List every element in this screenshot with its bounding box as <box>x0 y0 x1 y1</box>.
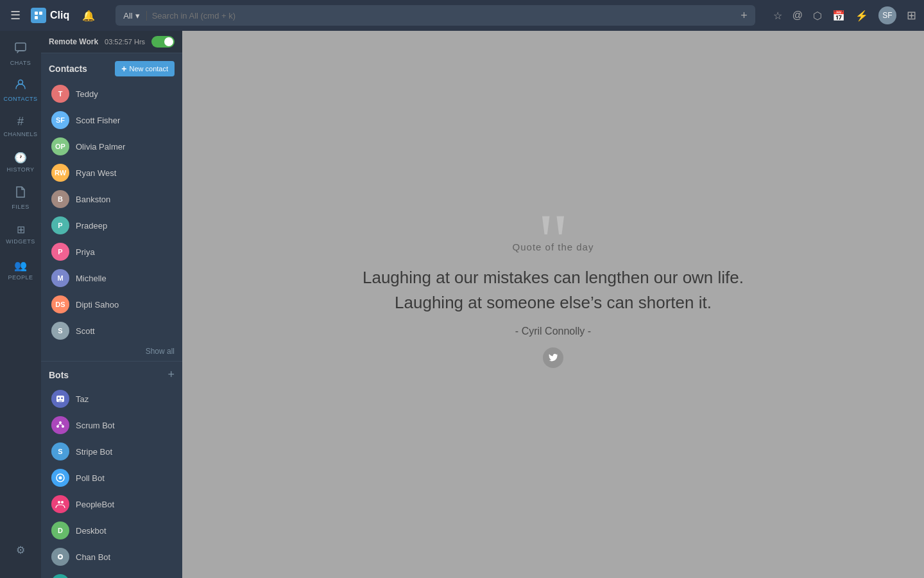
svg-rect-3 <box>15 43 26 51</box>
svg-line-13 <box>60 424 63 425</box>
svg-point-6 <box>58 398 60 399</box>
notification-icon[interactable]: 🔔 <box>82 10 95 22</box>
contact-item-teddy[interactable]: T Teddy <box>44 81 180 107</box>
contacts-icon <box>15 78 26 93</box>
quote-label: Quote of the day <box>363 241 744 252</box>
menu-icon[interactable]: ☰ <box>8 8 23 22</box>
bot-avatar <box>51 390 69 408</box>
history-icon: 🕐 <box>14 152 27 164</box>
bot-item-support-bot[interactable]: S Support Bot <box>44 570 180 578</box>
contact-item-priya[interactable]: P Priya <box>44 239 180 265</box>
contacts-label: CONTACTS <box>4 96 38 102</box>
bot-item-stripe-bot[interactable]: S Stripe Bot <box>44 439 180 464</box>
search-filter[interactable]: All ▾ <box>123 11 146 21</box>
bot-item-poll-bot[interactable]: Poll Bot <box>44 465 180 491</box>
logo-icon <box>31 8 46 23</box>
svg-line-12 <box>58 424 60 425</box>
svg-rect-8 <box>58 401 62 401</box>
contact-name: Pradeep <box>76 221 107 231</box>
bot-name: Scrum Bot <box>76 421 115 430</box>
search-bar: All ▾ + <box>116 5 755 26</box>
star-icon[interactable]: ☆ <box>773 10 782 22</box>
contact-name: Teddy <box>76 89 98 99</box>
plus-icon: + <box>121 64 126 74</box>
app-name: Cliq <box>50 10 69 21</box>
new-contact-button[interactable]: + New contact <box>115 61 175 76</box>
bot-name: PeopleBot <box>76 500 114 509</box>
bot-avatar: S <box>51 574 69 578</box>
avatar: P <box>51 216 69 234</box>
svg-rect-1 <box>39 12 42 15</box>
remote-work-bar: Remote Work 03:52:57 Hrs <box>41 31 182 53</box>
contact-name: Scott Fisher <box>76 116 120 125</box>
contact-item-olivia-palmer[interactable]: OP Olivia Palmer <box>44 134 180 159</box>
bots-header: Bots + <box>41 361 182 385</box>
remote-work-label: Remote Work <box>49 37 98 46</box>
svg-point-15 <box>59 477 62 480</box>
contact-item-pradeep[interactable]: P Pradeep <box>44 213 180 238</box>
bot-item-deskbot[interactable]: D Deskbot <box>44 518 180 543</box>
contact-item-bankston[interactable]: B Bankston <box>44 186 180 212</box>
svg-rect-0 <box>35 12 38 15</box>
contact-name: Priya <box>76 247 95 257</box>
widgets-label: WIDGETS <box>6 238 35 245</box>
contact-item-scott[interactable]: S Scott <box>44 318 180 344</box>
package-icon[interactable]: ⬡ <box>813 10 822 22</box>
sidebar-nav: CHATS CONTACTS # CHANNELS 🕐 HISTORY FILE… <box>0 31 41 578</box>
bot-item-scrum-bot[interactable]: Scrum Bot <box>44 412 180 438</box>
contact-item-dipti-sahoo[interactable]: DS Dipti Sahoo <box>44 292 180 317</box>
sidebar-item-settings[interactable]: ⚙ <box>0 532 41 568</box>
bot-item-taz[interactable]: Taz <box>44 386 180 412</box>
remote-work-toggle[interactable] <box>151 36 175 48</box>
topbar: ☰ Cliq 🔔 All ▾ + ☆ @ ⬡ 📅 ⚡ SF ⊞ <box>0 0 924 31</box>
bot-name: Chan Bot <box>76 552 110 562</box>
sidebar-item-contacts[interactable]: CONTACTS <box>0 72 41 108</box>
user-avatar[interactable]: SF <box>878 6 896 24</box>
show-all-link[interactable]: Show all <box>41 344 182 361</box>
topbar-actions: ☆ @ ⬡ 📅 ⚡ SF ⊞ <box>773 6 916 24</box>
svg-point-19 <box>59 556 62 558</box>
contact-name: Olivia Palmer <box>76 142 125 152</box>
search-input[interactable] <box>152 11 733 21</box>
channels-label: CHANNELS <box>3 131 37 137</box>
avatar: RW <box>51 164 69 182</box>
chats-label: CHATS <box>10 60 31 66</box>
avatar: DS <box>51 295 69 313</box>
svg-point-7 <box>61 398 63 399</box>
history-label: HISTORY <box>6 166 34 173</box>
sidebar-item-history[interactable]: 🕐 HISTORY <box>0 144 41 180</box>
add-bot-button[interactable]: + <box>167 368 175 381</box>
at-icon[interactable]: @ <box>792 10 803 21</box>
quote-container: " Quote of the day Laughing at our mista… <box>337 216 769 394</box>
sidebar-item-files[interactable]: FILES <box>0 180 41 216</box>
sidebar-item-chats[interactable]: CHATS <box>0 36 41 72</box>
bot-avatar: D <box>51 521 69 539</box>
app-logo: Cliq <box>31 8 69 23</box>
bot-item-peoplebot[interactable]: PeopleBot <box>44 491 180 517</box>
bot-avatar <box>51 548 69 566</box>
avatar: B <box>51 190 69 208</box>
twitter-share-button[interactable] <box>543 347 563 368</box>
zap-icon[interactable]: ⚡ <box>855 10 868 22</box>
add-search-icon[interactable]: + <box>740 9 748 22</box>
contact-item-scott-fisher[interactable]: SF Scott Fisher <box>44 107 180 133</box>
settings-icon: ⚙ <box>16 544 25 556</box>
bot-name: Taz <box>76 394 89 404</box>
chevron-down-icon: ▾ <box>135 11 140 21</box>
svg-point-10 <box>56 425 59 428</box>
contact-item-michelle[interactable]: M Michelle <box>44 265 180 291</box>
grid-icon[interactable]: ⊞ <box>907 8 916 22</box>
people-icon: 👥 <box>14 259 27 272</box>
sidebar-item-people[interactable]: 👥 PEOPLE <box>0 252 41 288</box>
bot-name: Deskbot <box>76 526 107 536</box>
files-label: FILES <box>12 204 30 210</box>
sidebar-item-widgets[interactable]: ⊞ WIDGETS <box>0 216 41 252</box>
avatar: P <box>51 243 69 261</box>
bot-item-chan-bot[interactable]: Chan Bot <box>44 544 180 570</box>
avatar: T <box>51 85 69 103</box>
widgets-icon: ⊞ <box>17 223 25 236</box>
sidebar-item-channels[interactable]: # CHANNELS <box>0 108 41 144</box>
calendar-icon[interactable]: 📅 <box>832 10 845 22</box>
contact-item-ryan-west[interactable]: RW Ryan West <box>44 160 180 186</box>
svg-point-17 <box>61 501 64 504</box>
